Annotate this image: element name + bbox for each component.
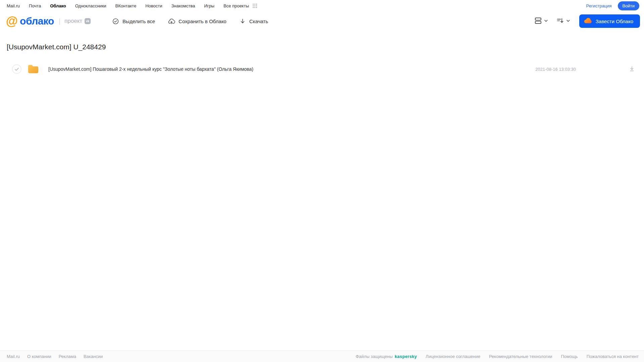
save-to-cloud-label: Сохранить в Облако	[179, 18, 227, 24]
portal-link-vkontakte[interactable]: ВКонтакте	[115, 3, 137, 8]
header-right-controls: Завести Облако	[533, 14, 640, 28]
page-title: [UsupovMarket.com] U_248429	[7, 43, 644, 51]
portal-link-games[interactable]: Игры	[204, 3, 214, 8]
footer-link-mailru[interactable]: Mail.ru	[7, 354, 20, 359]
file-date: 2021-08-16 13:03:30	[535, 67, 576, 72]
portal-link-news[interactable]: Новости	[145, 3, 162, 8]
footer-left-links: Mail.ru О компании Реклама Вакансии	[7, 354, 103, 359]
toolbar: Выделить все Сохранить в Облако Скачать	[112, 18, 268, 25]
row-download-button[interactable]	[628, 65, 636, 74]
footer-link-jobs[interactable]: Вакансии	[84, 354, 103, 359]
chevron-down-icon	[544, 18, 548, 24]
download-button[interactable]: Скачать	[239, 18, 268, 24]
select-all-button[interactable]: Выделить все	[112, 18, 155, 25]
footer-link-help[interactable]: Помощь	[561, 354, 578, 359]
footer-link-report-content[interactable]: Пожаловаться на контент	[587, 354, 639, 359]
footer-right-links: Файлы защищены kaspersky Лицензионное со…	[356, 354, 639, 359]
footer-link-license[interactable]: Лицензионное соглашение	[426, 354, 480, 359]
footer-link-recommendation-tech[interactable]: Рекомендательные технологии	[489, 354, 552, 359]
cloud-upload-icon	[168, 18, 175, 25]
sort-descending-icon	[556, 17, 564, 25]
get-cloud-label: Завести Облако	[596, 18, 633, 24]
select-all-label: Выделить все	[122, 18, 155, 24]
check-circle-icon	[112, 18, 119, 25]
portal-link-mail[interactable]: Почта	[29, 3, 41, 8]
get-cloud-button[interactable]: Завести Облако	[579, 14, 640, 28]
portal-link-odnoklassniki[interactable]: Одноклассники	[75, 3, 106, 8]
kaspersky-protection: Файлы защищены kaspersky	[356, 354, 417, 359]
list-view-icon	[534, 17, 542, 25]
logo-project-label: проект	[64, 18, 82, 24]
footer-link-about[interactable]: О компании	[27, 354, 51, 359]
protected-label: Файлы защищены	[356, 354, 393, 359]
portal-link-all-projects[interactable]: Все проекты	[224, 3, 249, 8]
kaspersky-logo[interactable]: kaspersky	[395, 354, 417, 359]
download-label: Скачать	[249, 18, 268, 24]
portal-link-dating[interactable]: Знакомства	[171, 3, 195, 8]
view-mode-button[interactable]	[533, 15, 550, 27]
download-arrow-icon	[239, 18, 246, 24]
orange-cloud-icon	[584, 17, 592, 25]
portal-link-cloud[interactable]: Облако	[50, 3, 66, 8]
file-name-link[interactable]: [UsupovMarket.com] Пошаговый 2-х недельн…	[48, 66, 535, 72]
header: @ облако | проект vk Выделить все Сохран…	[0, 11, 644, 31]
logo-divider: |	[59, 17, 60, 25]
sort-button[interactable]	[555, 15, 572, 27]
download-icon	[629, 65, 635, 73]
vk-icon: vk	[85, 18, 91, 24]
footer: Mail.ru О компании Реклама Вакансии Файл…	[0, 351, 644, 362]
main-content: [UsupovMarket.com] U_248429 [UsupovMarke…	[0, 43, 644, 77]
logo-text: облако	[20, 15, 54, 27]
portal-nav: Mail.ru Почта Облако Одноклассники ВКонт…	[0, 0, 644, 11]
row-checkbox[interactable]	[12, 64, 21, 74]
footer-link-ads[interactable]: Реклама	[59, 354, 76, 359]
cloud-logo[interactable]: @ облако | проект vk	[6, 15, 91, 27]
login-button[interactable]: Войти	[618, 1, 639, 10]
portal-link-mailru[interactable]: Mail.ru	[7, 3, 20, 8]
chevron-down-icon	[566, 18, 571, 24]
save-to-cloud-button[interactable]: Сохранить в Облако	[168, 18, 227, 25]
folder-icon[interactable]	[28, 64, 39, 75]
mailru-at-icon: @	[6, 15, 18, 27]
apps-grid-icon[interactable]	[252, 3, 257, 8]
file-row[interactable]: [UsupovMarket.com] Пошаговый 2-х недельн…	[12, 61, 636, 77]
registration-link[interactable]: Регистрация	[586, 3, 612, 8]
